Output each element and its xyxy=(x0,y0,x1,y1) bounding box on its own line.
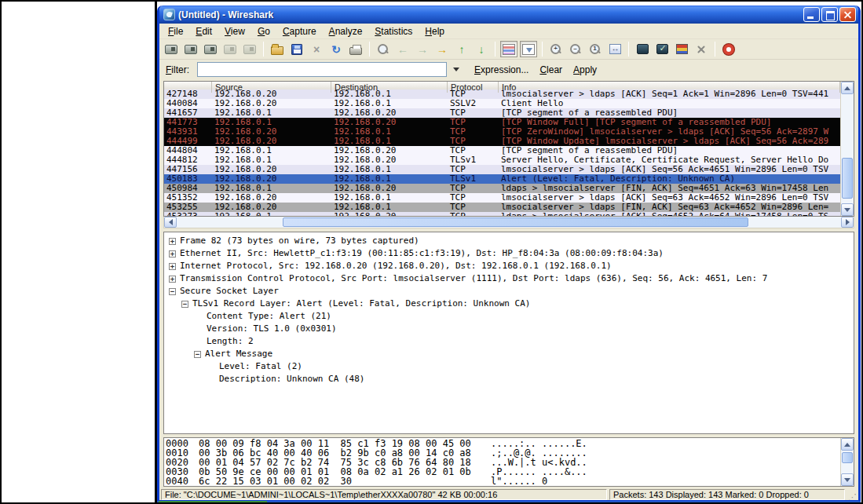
packet-protocol: SSLV2 xyxy=(448,99,499,108)
zoom-in-icon[interactable] xyxy=(547,41,565,57)
packet-row[interactable]: 443931192.168.0.20192.168.0.1TCP[TCP Zer… xyxy=(164,127,840,137)
collapse-toggle-icon[interactable]: − xyxy=(169,288,176,295)
packet-time: 447156 xyxy=(164,165,212,174)
capture-restart-icon[interactable] xyxy=(241,41,258,57)
collapse-toggle-icon[interactable]: − xyxy=(181,301,188,308)
expand-toggle-icon[interactable]: + xyxy=(169,238,176,245)
filter-button[interactable]: Filter: xyxy=(164,64,194,76)
coloring-rules-icon[interactable] xyxy=(673,41,690,57)
expand-toggle-icon[interactable]: + xyxy=(169,263,176,270)
detail-line[interactable]: −Alert Message xyxy=(164,348,854,360)
menu-go[interactable]: Go xyxy=(252,24,276,38)
go-back-icon[interactable]: ← xyxy=(394,41,411,57)
detail-text: Alert Message xyxy=(205,348,272,360)
expression-button[interactable]: Expression... xyxy=(473,64,530,76)
detail-line[interactable]: −Secure Socket Layer xyxy=(164,285,854,298)
help-icon-glyph xyxy=(723,44,734,55)
capture-stop-icon[interactable] xyxy=(221,41,239,57)
apply-button[interactable]: Apply xyxy=(572,64,598,76)
packet-row[interactable]: 453273192.168.0.1192.168.0.20TCPldaps > … xyxy=(164,212,840,216)
menu-analyze[interactable]: Analyze xyxy=(324,24,368,38)
packet-list-hscrollbar[interactable] xyxy=(163,217,854,228)
resize-grip[interactable] xyxy=(847,489,857,500)
menu-file[interactable]: File xyxy=(163,24,188,38)
hex-scroll-up-button[interactable] xyxy=(841,438,854,451)
resize-columns-icon[interactable] xyxy=(606,41,623,57)
packet-row[interactable]: 451352192.168.0.20192.168.0.1TCPlmsocial… xyxy=(164,193,840,203)
packet-row[interactable]: 441657192.168.0.1192.168.0.20TCP[TCP seg… xyxy=(164,108,840,118)
expand-toggle-icon[interactable]: + xyxy=(169,250,176,257)
clear-button[interactable]: Clear xyxy=(538,64,564,76)
scroll-track[interactable] xyxy=(841,94,854,203)
go-to-top-icon[interactable]: ↑ xyxy=(453,41,470,57)
close-file-icon[interactable]: × xyxy=(308,41,325,57)
packet-row[interactable]: 447156192.168.0.20192.168.0.1TCPlmsocial… xyxy=(164,165,840,174)
packet-row[interactable]: 444812192.168.0.1192.168.0.20TLSv1Server… xyxy=(164,155,840,165)
titlebar[interactable]: (Untitled) - Wireshark xyxy=(159,5,858,24)
menu-statistics[interactable]: Statistics xyxy=(369,24,418,38)
hscroll-track[interactable] xyxy=(177,217,841,228)
zoom-100-icon[interactable] xyxy=(587,41,604,57)
detail-line[interactable]: +Internet Protocol, Src: 192.168.0.20 (1… xyxy=(164,260,854,272)
detail-line[interactable]: Version: TLS 1.0 (0x0301) xyxy=(164,323,854,335)
detail-line[interactable]: +Transmission Control Protocol, Src Port… xyxy=(164,272,854,285)
capture-options-icon[interactable] xyxy=(182,41,199,57)
packet-row[interactable]: 440084192.168.0.20192.168.0.1SSLV2Client… xyxy=(164,99,840,108)
reload-icon[interactable]: ↻ xyxy=(327,41,345,57)
hex-scroll-thumb[interactable] xyxy=(842,452,853,463)
detail-line[interactable]: +Frame 82 (73 bytes on wire, 73 bytes ca… xyxy=(164,235,854,247)
hex-row[interactable]: 00406c 22 15 03 01 00 02 02 30l"...... 0 xyxy=(166,477,839,486)
capture-start-icon[interactable] xyxy=(202,41,219,57)
hex-scroll-track[interactable] xyxy=(841,451,854,473)
print-icon[interactable] xyxy=(347,41,364,57)
expand-toggle-icon[interactable]: + xyxy=(169,276,176,283)
packet-list-vscrollbar[interactable] xyxy=(840,82,854,216)
open-file-icon[interactable] xyxy=(269,41,286,57)
go-to-packet-icon[interactable]: → xyxy=(433,41,451,57)
colorize-toggle[interactable] xyxy=(500,41,517,57)
detail-line[interactable]: Level: Fatal (2) xyxy=(164,360,854,373)
go-to-bottom-icon[interactable]: ↓ xyxy=(473,41,490,57)
autoscroll-toggle[interactable] xyxy=(520,41,537,57)
minimize-button[interactable] xyxy=(803,7,820,22)
menu-help[interactable]: Help xyxy=(419,24,450,38)
packet-row[interactable]: 441773192.168.0.1192.168.0.20TCP[TCP Win… xyxy=(164,118,840,127)
packet-row[interactable]: 444499192.168.0.20192.168.0.1TCP[TCP Win… xyxy=(164,137,840,146)
scroll-down-button[interactable] xyxy=(841,203,854,216)
zoom-out-icon[interactable] xyxy=(567,41,584,57)
preferences-icon[interactable] xyxy=(693,41,710,57)
scroll-right-button[interactable] xyxy=(841,217,854,228)
capture-filter-icon[interactable] xyxy=(634,41,651,57)
packet-row[interactable]: 453255192.168.0.20192.168.0.1TCPlmsocial… xyxy=(164,203,840,212)
menu-edit[interactable]: Edit xyxy=(190,24,218,38)
detail-line[interactable]: Description: Unknown CA (48) xyxy=(164,373,854,385)
menu-view[interactable]: View xyxy=(219,24,250,38)
list-interfaces-icon[interactable] xyxy=(163,41,180,57)
save-file-icon[interactable] xyxy=(288,41,305,57)
scroll-thumb[interactable] xyxy=(842,158,853,199)
find-packet-icon[interactable] xyxy=(375,41,392,57)
packet-row[interactable]: 444804192.168.0.1192.168.0.20TCP[TCP seg… xyxy=(164,146,840,155)
close-button[interactable] xyxy=(839,7,856,22)
detail-line[interactable]: Content Type: Alert (21) xyxy=(164,310,854,323)
collapse-toggle-icon[interactable]: − xyxy=(194,351,201,358)
scroll-up-button[interactable] xyxy=(841,82,854,94)
detail-line[interactable]: Length: 2 xyxy=(164,335,854,348)
packet-row[interactable]: 450183192.168.0.20192.168.0.1TLSv1Alert … xyxy=(164,174,840,184)
packet-row[interactable]: 427148192.168.0.20192.168.0.1TCPlmsocial… xyxy=(164,89,840,99)
hex-vscrollbar[interactable] xyxy=(840,438,854,486)
detail-text: Description: Unknown CA (48) xyxy=(219,373,364,385)
filter-input[interactable] xyxy=(197,62,447,77)
go-forward-icon[interactable]: → xyxy=(414,41,431,57)
detail-line[interactable]: +Ethernet II, Src: HewlettP_c1:f3:19 (00… xyxy=(164,247,854,260)
hscroll-thumb[interactable] xyxy=(283,217,748,227)
hex-scroll-down-button[interactable] xyxy=(841,473,854,486)
menu-capture[interactable]: Capture xyxy=(277,24,322,38)
packet-row[interactable]: 450984192.168.0.1192.168.0.20TCPldaps > … xyxy=(164,184,840,193)
restore-button[interactable] xyxy=(821,7,838,22)
help-icon[interactable] xyxy=(720,41,737,57)
display-filter-icon[interactable] xyxy=(653,41,671,57)
scroll-left-button[interactable] xyxy=(164,217,177,228)
detail-line[interactable]: −TLSv1 Record Layer: Alert (Level: Fatal… xyxy=(164,298,854,310)
filter-dropdown-button[interactable] xyxy=(450,63,462,76)
